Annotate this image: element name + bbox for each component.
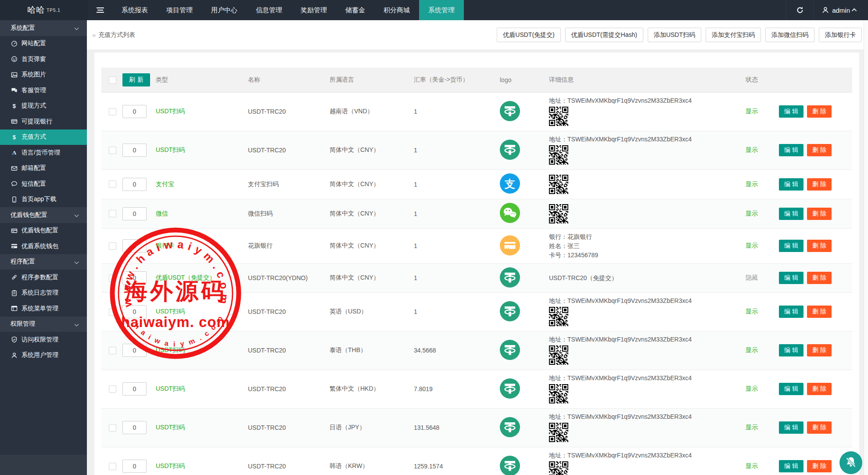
toolbar-button-2[interactable]: 优盾USDT(需提交Hash)	[565, 28, 643, 42]
sidebar-section-header[interactable]: 优盾钱包配置	[0, 207, 87, 223]
delete-button[interactable]: 删除	[807, 421, 832, 434]
payment-type-link[interactable]: 微信	[156, 210, 168, 217]
row-checkbox[interactable]	[109, 210, 116, 217]
row-checkbox[interactable]	[109, 424, 116, 432]
row-checkbox[interactable]	[109, 385, 116, 393]
nav-item-1[interactable]: 系统报表	[112, 0, 157, 20]
status-badge[interactable]: 显示	[746, 346, 758, 353]
edit-button[interactable]: 编辑	[779, 460, 803, 472]
delete-button[interactable]: 删除	[807, 306, 832, 318]
edit-button[interactable]: 编辑	[779, 383, 803, 395]
sort-order-input[interactable]	[122, 144, 147, 157]
menu-toggle-icon[interactable]	[88, 0, 112, 20]
payment-type-link[interactable]: USDT扫码	[156, 462, 185, 469]
payment-type-link[interactable]: USDT扫码	[156, 385, 185, 392]
delete-button[interactable]: 删除	[807, 460, 832, 472]
payment-type-link[interactable]: 优盾USDT（免提交）	[156, 274, 215, 281]
sidebar-section-header[interactable]: 系统配置	[0, 20, 87, 36]
sidebar-section-header[interactable]: 权限管理	[0, 317, 87, 332]
sidebar-item[interactable]: $充值方式	[0, 130, 87, 145]
delete-button[interactable]: 删除	[807, 144, 832, 156]
sidebar-item[interactable]: 客服管理	[0, 83, 87, 98]
row-checkbox[interactable]	[109, 308, 116, 316]
toolbar-button-4[interactable]: 添加支付宝扫码	[706, 28, 761, 42]
sidebar-item[interactable]: 邮箱配置	[0, 161, 87, 176]
edit-button[interactable]: 编辑	[779, 178, 803, 191]
payment-type-link[interactable]: USDT扫码	[156, 424, 185, 431]
status-badge[interactable]: 显示	[746, 108, 758, 115]
sidebar-item[interactable]: 系统图片	[0, 67, 87, 83]
nav-item-7[interactable]: 积分商城	[374, 0, 419, 20]
status-badge[interactable]: 显示	[746, 210, 758, 217]
sidebar-item[interactable]: 首页app下载	[0, 192, 87, 208]
row-checkbox[interactable]	[109, 274, 116, 282]
payment-type-link[interactable]: 银行卡	[156, 242, 174, 249]
sort-order-input[interactable]	[122, 105, 147, 118]
select-all-checkbox[interactable]	[109, 76, 116, 84]
status-badge[interactable]: 显示	[746, 424, 758, 431]
status-badge[interactable]: 显示	[746, 180, 758, 187]
edit-button[interactable]: 编辑	[779, 306, 803, 318]
nav-item-8[interactable]: 系统管理	[419, 0, 464, 20]
nav-item-2[interactable]: 项目管理	[157, 0, 202, 20]
sort-order-input[interactable]	[122, 382, 147, 396]
sidebar-item[interactable]: $提现方式	[0, 98, 87, 114]
status-badge[interactable]: 显示	[746, 462, 758, 469]
row-checkbox[interactable]	[109, 180, 116, 188]
sort-order-input[interactable]	[122, 178, 147, 191]
edit-button[interactable]: 编辑	[779, 105, 803, 118]
delete-button[interactable]: 删除	[807, 272, 832, 284]
toolbar-button-3[interactable]: 添加USDT扫码	[648, 28, 701, 42]
sort-order-input[interactable]	[122, 271, 147, 284]
toolbar-button-6[interactable]: 添加银行卡	[819, 28, 862, 42]
row-checkbox[interactable]	[109, 347, 116, 354]
sort-order-input[interactable]	[122, 421, 147, 434]
nav-item-3[interactable]: 用户中心	[202, 0, 247, 20]
refresh-icon[interactable]	[786, 0, 814, 20]
sidebar-item[interactable]: A语言/货币管理	[0, 145, 87, 161]
sidebar-item[interactable]: 系统菜单管理	[0, 301, 87, 317]
nav-item-6[interactable]: 储蓄金	[336, 0, 374, 20]
notification-mute-button[interactable]	[839, 451, 862, 474]
sidebar-item[interactable]: 可提现银行	[0, 114, 87, 130]
sort-order-input[interactable]	[122, 460, 147, 473]
sort-order-input[interactable]	[122, 305, 147, 318]
payment-type-link[interactable]: USDT扫码	[156, 308, 185, 315]
payment-type-link[interactable]: 支付宝	[156, 180, 174, 187]
payment-type-link[interactable]: USDT扫码	[156, 108, 185, 115]
sort-order-input[interactable]	[122, 344, 147, 357]
sidebar-item[interactable]: 短信配置	[0, 176, 87, 192]
sidebar-item[interactable]: 访问权限管理	[0, 332, 87, 348]
toolbar-button-5[interactable]: 添加微信扫码	[765, 28, 814, 42]
payment-type-link[interactable]: USDT扫码	[156, 146, 185, 153]
row-checkbox[interactable]	[109, 147, 116, 154]
status-badge[interactable]: 隐藏	[746, 274, 758, 281]
edit-button[interactable]: 编辑	[779, 240, 803, 252]
page-scrollbar[interactable]	[864, 20, 868, 475]
sidebar-item[interactable]: 优盾系统钱包	[0, 238, 87, 254]
nav-item-5[interactable]: 奖励管理	[291, 0, 336, 20]
edit-button[interactable]: 编辑	[779, 421, 803, 434]
payment-type-link[interactable]: USDT扫码	[156, 346, 185, 353]
status-badge[interactable]: 显示	[746, 308, 758, 315]
refresh-button[interactable]: 刷新	[122, 73, 150, 86]
sidebar-item[interactable]: 系统日志管理	[0, 285, 87, 301]
row-checkbox[interactable]	[109, 463, 116, 470]
sort-order-input[interactable]	[122, 207, 147, 220]
delete-button[interactable]: 删除	[807, 383, 832, 395]
sidebar-item[interactable]: 优盾钱包配置	[0, 223, 87, 239]
sidebar-item[interactable]: 网站配置	[0, 36, 87, 52]
delete-button[interactable]: 删除	[807, 208, 832, 220]
edit-button[interactable]: 编辑	[779, 144, 803, 156]
edit-button[interactable]: 编辑	[779, 344, 803, 356]
sidebar-item[interactable]: 程序参数配置	[0, 270, 87, 285]
delete-button[interactable]: 删除	[807, 178, 832, 191]
status-badge[interactable]: 显示	[746, 242, 758, 249]
status-badge[interactable]: 显示	[746, 146, 758, 153]
toolbar-button-1[interactable]: 优盾USDT(免提交)	[497, 28, 560, 42]
row-checkbox[interactable]	[109, 242, 116, 250]
sort-order-input[interactable]	[122, 239, 147, 252]
delete-button[interactable]: 删除	[807, 240, 832, 252]
delete-button[interactable]: 删除	[807, 105, 832, 118]
status-badge[interactable]: 显示	[746, 385, 758, 392]
